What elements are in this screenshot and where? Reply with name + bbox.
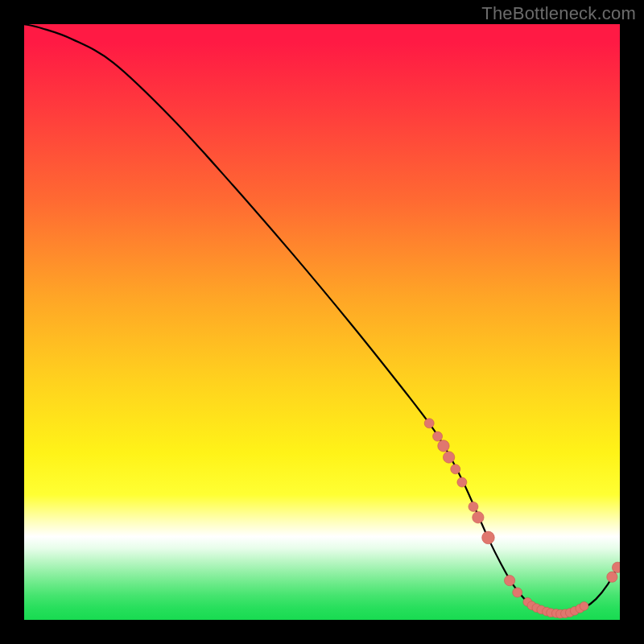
- data-markers: [424, 419, 620, 618]
- bottleneck-curve: [24, 24, 620, 614]
- data-marker: [443, 452, 454, 463]
- data-marker: [513, 588, 522, 597]
- data-marker: [424, 419, 434, 428]
- data-marker: [451, 464, 460, 474]
- chart-stage: TheBottleneck.com: [0, 0, 644, 644]
- data-marker: [505, 576, 515, 586]
- data-marker: [612, 562, 620, 572]
- data-marker: [457, 477, 467, 487]
- data-marker: [482, 531, 495, 544]
- data-marker: [607, 572, 617, 582]
- data-marker: [580, 602, 588, 611]
- data-marker: [433, 431, 443, 441]
- data-marker: [438, 440, 449, 452]
- plot-area: [24, 24, 620, 620]
- watermark-text: TheBottleneck.com: [481, 3, 636, 24]
- data-marker: [473, 512, 484, 523]
- data-marker: [469, 502, 478, 511]
- curve-layer: [24, 24, 620, 620]
